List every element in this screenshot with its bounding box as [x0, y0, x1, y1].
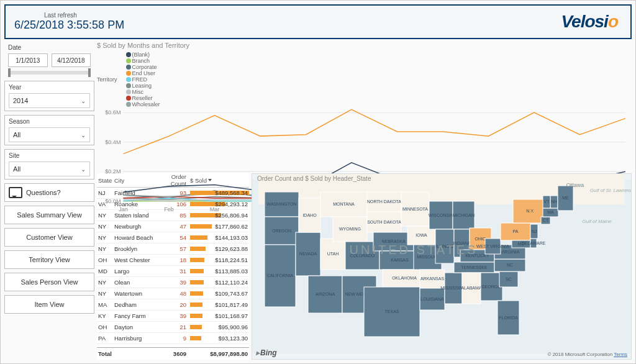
- legend-item[interactable]: Leasing: [126, 83, 160, 89]
- filters-column: Date 1/1/2013 4/12/2018 Year 2014 ⌄ Seas…: [4, 42, 94, 360]
- state-NV[interactable]: [296, 232, 320, 276]
- legend-dot-icon: [126, 96, 131, 101]
- table-row[interactable]: MDLargo31$113,885.03: [97, 266, 249, 277]
- season-select[interactable]: All ⌄: [9, 127, 90, 142]
- state-ID[interactable]: [299, 198, 320, 232]
- legend-title: Territory: [97, 76, 117, 83]
- item-view-button[interactable]: Item View: [4, 295, 94, 314]
- customer-view-button[interactable]: Customer View: [4, 228, 94, 247]
- legend-item[interactable]: Branch: [126, 58, 160, 64]
- body: Date 1/1/2013 4/12/2018 Year 2014 ⌄ Seas…: [4, 42, 632, 360]
- state-TX[interactable]: [364, 287, 420, 337]
- table-row[interactable]: NYOlean39$112,110.24: [97, 277, 249, 288]
- legend-item[interactable]: (Blank): [126, 52, 160, 58]
- year-value: 2014: [13, 97, 28, 104]
- svg-text:Feb: Feb: [164, 206, 174, 212]
- legend-dot-icon: [126, 89, 131, 94]
- date-slicer-title: Date: [8, 44, 91, 51]
- table-row[interactable]: NYBrooklyn57$129,623.88: [97, 243, 249, 255]
- legend-item[interactable]: Misc: [126, 89, 160, 95]
- state-MD[interactable]: [512, 240, 530, 248]
- state-MT[interactable]: [320, 192, 367, 217]
- state-MI[interactable]: [453, 201, 475, 229]
- legend-dot-icon: [126, 83, 131, 88]
- state-SC[interactable]: [499, 271, 518, 287]
- refresh-time: 6/25/2018 3:55:58 PM: [14, 19, 540, 32]
- footer-sold: $8,997,898.80: [190, 350, 249, 357]
- date-end-input[interactable]: 4/12/2018: [52, 53, 91, 67]
- svg-text:$0.4M: $0.4M: [105, 139, 120, 145]
- state-WV[interactable]: [485, 239, 501, 254]
- state-CT[interactable]: [541, 217, 550, 224]
- state-NJ[interactable]: [530, 224, 538, 239]
- state-TN[interactable]: [454, 262, 494, 273]
- sales-person-view-button[interactable]: Sales Person View: [4, 273, 94, 291]
- svg-text:$0.2M: $0.2M: [105, 168, 120, 175]
- state-WY[interactable]: [333, 217, 367, 242]
- table-row[interactable]: NYWatertown48$109,743.67: [97, 288, 249, 299]
- legend-item[interactable]: Reseller: [126, 95, 160, 101]
- state-SD[interactable]: [367, 212, 401, 232]
- footer-count: 3609: [163, 350, 190, 357]
- questions-button[interactable]: Questions?: [4, 183, 94, 202]
- legend-dot-icon: [126, 58, 131, 63]
- bing-logo: Bing: [256, 348, 277, 357]
- year-select[interactable]: 2014 ⌄: [9, 93, 90, 108]
- state-AL[interactable]: [462, 273, 481, 304]
- table-row[interactable]: OHWest Chester18$118,224.51: [97, 255, 249, 266]
- state-DE[interactable]: [530, 239, 537, 248]
- state-AR[interactable]: [420, 270, 445, 288]
- dashboard-root: Last refresh 6/25/2018 3:55:58 PM Velosi…: [0, 0, 636, 364]
- sales-summary-button[interactable]: Sales Summary View: [4, 206, 94, 224]
- table-row[interactable]: PAHarrisburg9$93,123.30: [97, 333, 249, 344]
- logo: Velosio: [548, 6, 630, 38]
- line-chart[interactable]: $ Sold by Months and Territory Territory…: [97, 42, 632, 172]
- state-LA[interactable]: [420, 288, 445, 310]
- date-range-slider[interactable]: [8, 71, 91, 75]
- svg-text:Jan: Jan: [119, 206, 128, 212]
- table-row[interactable]: OHDayton21$95,900.96: [97, 322, 249, 333]
- legend-dot-icon: [126, 52, 131, 57]
- date-start-input[interactable]: 1/1/2013: [8, 53, 48, 67]
- legend-item[interactable]: FRED: [126, 76, 160, 83]
- state-NH[interactable]: [550, 196, 558, 208]
- state-MS[interactable]: [445, 273, 462, 304]
- territory-view-button[interactable]: Territory View: [4, 250, 94, 269]
- legend-item[interactable]: Corporate: [126, 64, 160, 70]
- legend-item[interactable]: End User: [126, 70, 160, 76]
- state-OR[interactable]: [265, 217, 299, 245]
- state-ME[interactable]: [558, 186, 573, 211]
- legend-dot-icon: [126, 65, 131, 70]
- map-canvas: WASHINGTONOREGONCALIFORNIANEVADAIDAHOMON…: [252, 174, 631, 359]
- table-row[interactable]: NYNewburgh47$177,860.62: [97, 221, 249, 232]
- legend-item[interactable]: Wholesaler: [126, 101, 160, 107]
- state-NC[interactable]: [494, 259, 525, 271]
- state-WA[interactable]: [265, 192, 299, 217]
- state-PA[interactable]: [501, 223, 530, 240]
- site-select[interactable]: All ⌄: [9, 162, 90, 176]
- state-MA[interactable]: [543, 208, 558, 217]
- terms-link[interactable]: Terms: [614, 352, 627, 357]
- state-ND[interactable]: [367, 192, 401, 212]
- header-sold[interactable]: $ Sold: [190, 177, 249, 184]
- state-VT[interactable]: [543, 196, 550, 208]
- sort-desc-icon: [208, 179, 212, 181]
- table-row[interactable]: NYHoward Beach54$144,193.03: [97, 232, 249, 243]
- state-FL[interactable]: [497, 301, 519, 335]
- header: Last refresh 6/25/2018 3:55:58 PM Velosi…: [4, 4, 632, 39]
- state-WI[interactable]: [429, 201, 453, 229]
- year-slicer: Year 2014 ⌄: [4, 81, 94, 111]
- state-UT[interactable]: [320, 239, 345, 270]
- map-visual[interactable]: Order Count and $ Sold by Header_State W…: [252, 173, 632, 360]
- footer-label: Total: [97, 350, 114, 357]
- state-MN[interactable]: [401, 192, 429, 226]
- state-AZ[interactable]: [308, 276, 342, 313]
- svg-text:UNITED STATES: UNITED STATES: [350, 243, 478, 257]
- site-slicer-title: Site: [9, 152, 90, 159]
- year-slicer-title: Year: [9, 84, 90, 91]
- state-CA[interactable]: [265, 245, 296, 307]
- svg-text:$0.6M: $0.6M: [105, 109, 120, 116]
- table-row[interactable]: MADedham20$101,817.49: [97, 299, 249, 311]
- season-slicer: Season All ⌄: [4, 115, 94, 145]
- table-row[interactable]: KYFancy Farm39$101,168.97: [97, 311, 249, 322]
